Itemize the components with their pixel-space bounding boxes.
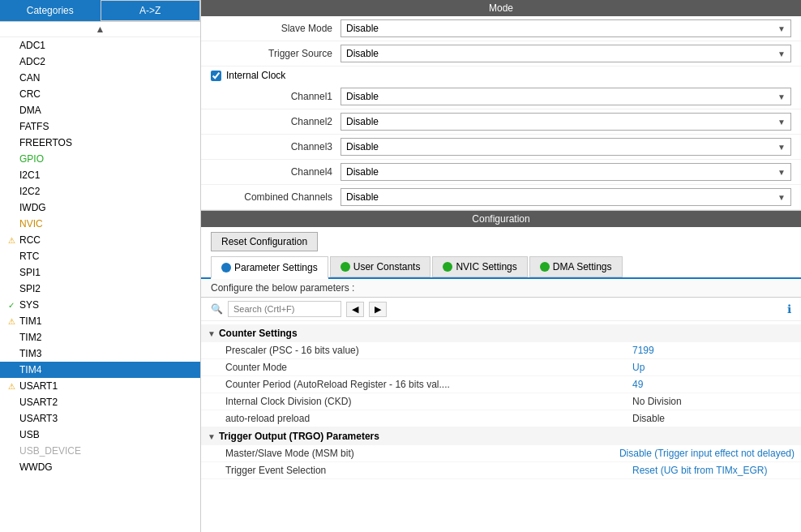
mode-rows: Slave Mode Disable ▼ Trigger Source Disa…	[201, 16, 801, 210]
search-input[interactable]	[228, 301, 341, 317]
sidebar-tab-az[interactable]: A->Z	[101, 0, 201, 21]
combined-channels-arrow: ▼	[777, 193, 786, 202]
slave-mode-select[interactable]: Disable ▼	[341, 19, 791, 37]
sidebar-item-label-wwdg: WWDG	[19, 461, 53, 473]
param-name-0: Master/Slave Mode (MSM bit)	[225, 448, 619, 459]
sidebar-item-rcc[interactable]: ⚠RCC	[0, 232, 200, 248]
sidebar-item-tim2[interactable]: TIM2	[0, 329, 200, 345]
param-row-2: Counter Period (AutoReload Register - 16…	[201, 376, 801, 393]
tab-icon-parameter-settings	[221, 263, 231, 272]
sidebar-item-label-adc1: ADC1	[19, 40, 45, 51]
sidebar-item-spi2[interactable]: SPI2	[0, 281, 200, 297]
sidebar-item-label-adc2: ADC2	[19, 56, 45, 67]
sidebar-item-label-fatfs: FATFS	[19, 121, 49, 132]
reset-config-button[interactable]: Reset Configuration	[211, 232, 318, 251]
channel2-arrow: ▼	[777, 118, 786, 127]
sidebar-item-usb[interactable]: USB	[0, 427, 200, 443]
sidebar-item-tim3[interactable]: TIM3	[0, 345, 200, 362]
sidebar-item-label-rcc: RCC	[19, 234, 41, 246]
config-toolbar: Reset Configuration	[201, 227, 801, 256]
config-tab-nvic-settings[interactable]: NVIC Settings	[432, 256, 527, 277]
sidebar-item-spi1[interactable]: SPI1	[0, 264, 200, 281]
mode-row-trigger-source: Trigger Source Disable ▼	[201, 41, 801, 66]
sidebar-item-label-i2c2: I2C2	[19, 186, 40, 197]
config-tab-user-constants[interactable]: User Constants	[330, 256, 431, 277]
group-label-counter-settings: Counter Settings	[219, 328, 298, 339]
internal-clock-checkbox[interactable]	[211, 71, 221, 81]
trigger-source-select[interactable]: Disable ▼	[341, 45, 791, 62]
sidebar-item-usb_device[interactable]: USB_DEVICE	[0, 443, 200, 459]
sidebar-item-wwdg[interactable]: WWDG	[0, 459, 200, 475]
trigger-source-arrow: ▼	[777, 49, 786, 58]
sidebar-item-label-tim4: TIM4	[19, 364, 41, 375]
sidebar-item-i2c1[interactable]: I2C1	[0, 167, 200, 183]
sidebar-item-crc[interactable]: CRC	[0, 86, 200, 102]
group-header-trigger-output[interactable]: ▼ Trigger Output (TRGO) Parameters	[201, 427, 801, 445]
channel1-select[interactable]: Disable ▼	[341, 88, 791, 105]
sidebar-item-usart3[interactable]: USART3	[0, 410, 200, 427]
sidebar-item-fatfs[interactable]: FATFS	[0, 118, 200, 135]
channel2-value: Disable	[346, 116, 379, 127]
mode-row-channel2: Channel2 Disable ▼	[201, 109, 801, 135]
sidebar-item-dma[interactable]: DMA	[0, 102, 200, 118]
prev-result-button[interactable]: ◀	[346, 302, 364, 317]
config-search-bar: 🔍 ◀ ▶ ℹ	[201, 298, 801, 321]
sidebar-item-adc2[interactable]: ADC2	[0, 54, 200, 70]
channel2-select[interactable]: Disable ▼	[341, 113, 791, 131]
tab-icon-nvic-settings	[443, 262, 452, 272]
tab-label-user-constants: User Constants	[353, 261, 421, 272]
config-subtitle: Configure the below parameters :	[201, 279, 801, 298]
config-content: ▼ Counter SettingsPrescaler (PSC - 16 bi…	[201, 321, 801, 532]
sidebar-item-i2c2[interactable]: I2C2	[0, 183, 200, 200]
sidebar-item-rtc[interactable]: RTC	[0, 248, 200, 264]
tab-label-dma-settings: DMA Settings	[553, 261, 612, 272]
sidebar-item-adc1[interactable]: ADC1	[0, 37, 200, 54]
next-result-button[interactable]: ▶	[369, 302, 387, 317]
sidebar-item-tim4[interactable]: TIM4	[0, 362, 200, 378]
sidebar-scroll-up[interactable]: ▲	[0, 22, 200, 37]
config-header: Configuration	[201, 211, 801, 227]
main-panel: Mode Slave Mode Disable ▼ Trigger Source…	[201, 0, 801, 532]
mode-row-channel1: Channel1 Disable ▼	[201, 84, 801, 109]
combined-channels-value: Disable	[346, 191, 379, 203]
group-header-counter-settings[interactable]: ▼ Counter Settings	[201, 324, 801, 342]
channel1-arrow: ▼	[777, 92, 786, 101]
sidebar-item-label-usart2: USART2	[19, 397, 58, 408]
sidebar-item-nvic[interactable]: NVIC	[0, 216, 200, 232]
sidebar-item-sys[interactable]: ✓SYS	[0, 297, 200, 313]
sidebar-item-can[interactable]: CAN	[0, 70, 200, 86]
warn-icon: ⚠	[6, 236, 16, 245]
sidebar-item-freertos[interactable]: FREERTOS	[0, 135, 200, 151]
warn-icon: ⚠	[6, 317, 16, 326]
config-tab-parameter-settings[interactable]: Parameter Settings	[211, 256, 328, 279]
sidebar-item-usart2[interactable]: USART2	[0, 394, 200, 410]
sidebar-item-label-tim3: TIM3	[19, 348, 41, 359]
config-tab-dma-settings[interactable]: DMA Settings	[529, 256, 623, 277]
param-name-4: auto-reload preload	[225, 413, 632, 424]
channel4-select[interactable]: Disable ▼	[341, 163, 791, 181]
sidebar: Categories A->Z ▲ ADC1ADC2CANCRCDMAFATFS…	[0, 0, 201, 532]
channel4-arrow: ▼	[777, 168, 786, 177]
internal-clock-label: Internal Clock	[226, 70, 285, 81]
param-value-2: 49	[632, 379, 795, 390]
sidebar-item-iwdg[interactable]: IWDG	[0, 200, 200, 216]
sidebar-tab-bar: Categories A->Z	[0, 0, 200, 22]
trigger-source-value: Disable	[346, 48, 379, 59]
combined-channels-select[interactable]: Disable ▼	[341, 188, 791, 206]
sidebar-item-label-usart1: USART1	[19, 380, 58, 392]
group-trigger-output: ▼ Trigger Output (TRGO) ParametersMaster…	[201, 427, 801, 479]
param-value-0: 7199	[632, 345, 795, 356]
collapse-icon-trigger-output: ▼	[208, 432, 216, 441]
param-name-1: Trigger Event Selection	[225, 465, 632, 476]
slave-mode-value: Disable	[346, 23, 379, 34]
sidebar-tab-categories[interactable]: Categories	[0, 0, 101, 21]
param-name-1: Counter Mode	[225, 362, 632, 373]
sidebar-item-usart1[interactable]: ⚠USART1	[0, 378, 200, 394]
mode-row-channel3: Channel3 Disable ▼	[201, 135, 801, 160]
sidebar-item-gpio[interactable]: GPIO	[0, 151, 200, 167]
channel3-select[interactable]: Disable ▼	[341, 138, 791, 156]
param-name-3: Internal Clock Division (CKD)	[225, 396, 632, 407]
channel3-arrow: ▼	[777, 143, 786, 152]
sidebar-item-tim1[interactable]: ⚠TIM1	[0, 313, 200, 329]
param-row-0: Prescaler (PSC - 16 bits value) 7199	[201, 342, 801, 359]
